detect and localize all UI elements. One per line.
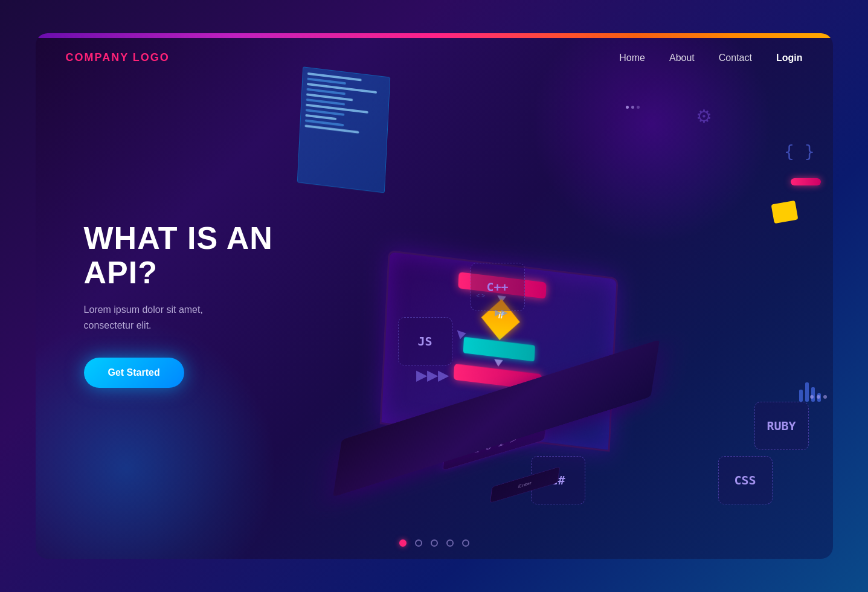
dot-top-1 bbox=[626, 106, 629, 109]
deco-arrow-2: ▶▶▶ bbox=[416, 367, 449, 384]
code-line bbox=[304, 124, 359, 134]
dot-top-3 bbox=[637, 106, 640, 109]
deco-angles: < > bbox=[477, 292, 485, 299]
lang-tag-css-label: CSS bbox=[734, 473, 756, 487]
lang-tag-cpp: C++ bbox=[471, 263, 525, 311]
screen-arrow-2 bbox=[493, 359, 503, 367]
nav-links: Home About Contact Login bbox=[619, 53, 802, 63]
bar-2 bbox=[805, 382, 809, 402]
pagination bbox=[399, 539, 469, 547]
dot-1 bbox=[810, 395, 814, 399]
page-dot-5[interactable] bbox=[462, 539, 469, 547]
dot-top-2 bbox=[631, 106, 634, 109]
page-dot-4[interactable] bbox=[446, 539, 454, 547]
cta-button[interactable]: Get Started bbox=[84, 358, 184, 388]
deco-bar-chart bbox=[799, 382, 821, 402]
page-dot-2[interactable] bbox=[415, 539, 422, 547]
hero-subtitle: Lorem ipsum dolor sit amet,consectetur e… bbox=[84, 302, 338, 333]
hero-title: WHAT IS AN API? bbox=[84, 221, 338, 290]
gear-icon: ⚙ bbox=[696, 106, 712, 127]
bar-3 bbox=[811, 387, 815, 402]
illustration: ⚙ if JS C+ bbox=[320, 33, 833, 559]
enter-key-label: Enter bbox=[518, 481, 532, 489]
page-dot-3[interactable] bbox=[431, 539, 438, 547]
lang-tag-ruby: RUBY bbox=[754, 402, 809, 450]
lang-tag-cpp-label: C++ bbox=[486, 280, 508, 294]
nav-about[interactable]: About bbox=[669, 53, 695, 63]
dot-2 bbox=[817, 395, 820, 399]
lang-tag-js: JS bbox=[398, 317, 452, 365]
nav-contact[interactable]: Contact bbox=[719, 53, 752, 63]
nav-login[interactable]: Login bbox=[776, 53, 803, 63]
deco-triangles: ▶▶ bbox=[495, 307, 508, 317]
small-dots-right bbox=[810, 395, 827, 399]
company-logo: COMPANY LOGO bbox=[66, 51, 170, 64]
lang-tag-js-label: JS bbox=[417, 334, 432, 349]
small-dots-top bbox=[626, 106, 640, 109]
hero-content: WHAT IS AN API? Lorem ipsum dolor sit am… bbox=[84, 221, 338, 388]
nav-home[interactable]: Home bbox=[619, 53, 645, 63]
bar-1 bbox=[799, 390, 803, 402]
deco-yellow-rect bbox=[771, 201, 798, 224]
screen-teal-bar bbox=[463, 337, 535, 362]
page-wrapper: COMPANY LOGO Home About Contact Login WH… bbox=[36, 33, 833, 559]
lang-tag-ruby-label: RUBY bbox=[767, 419, 796, 433]
lang-tag-css: CSS bbox=[718, 456, 773, 504]
code-panel bbox=[297, 66, 390, 193]
deco-braces-icon: { } bbox=[784, 142, 815, 162]
dot-3 bbox=[823, 395, 827, 399]
deco-pink-bar bbox=[791, 178, 821, 185]
page-dot-1[interactable] bbox=[399, 539, 407, 547]
navbar: COMPANY LOGO Home About Contact Login bbox=[36, 33, 833, 82]
code-line bbox=[305, 114, 336, 120]
